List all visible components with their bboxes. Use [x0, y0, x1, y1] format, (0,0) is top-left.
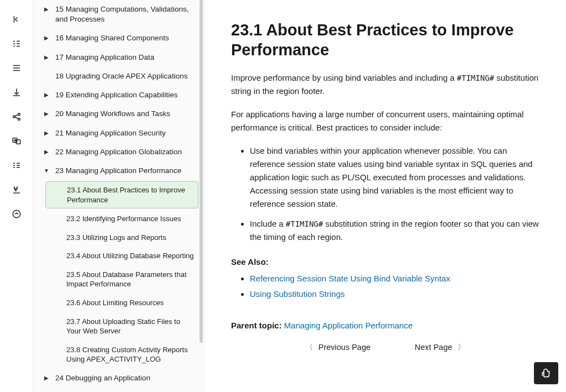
toc-item-label: 23.6 About Limiting Resources [66, 298, 196, 308]
toc-chapter[interactable]: ▶15 Managing Computations, Validations, … [33, 0, 204, 29]
download-icon[interactable] [11, 86, 23, 98]
previous-page-button[interactable]: 〈 Previous Page [306, 342, 370, 352]
toc-chapter[interactable]: ▶22 Managing Application Globalization [33, 143, 204, 161]
format-icon[interactable] [11, 184, 23, 196]
toc-section[interactable]: 23.8 Creating Custom Activity Reports Us… [33, 341, 204, 369]
toc-chapter[interactable]: 18 Upgrading Oracle APEX Applications [33, 67, 204, 86]
chevron-right-icon: ▶ [42, 147, 51, 156]
intro-code: #TIMING# [457, 74, 494, 82]
article-main: 23.1 About Best Practices to Improve Per… [205, 0, 566, 392]
toc-item-label: 21 Managing Application Security [55, 128, 196, 138]
toc-sidebar: ▶15 Managing Computations, Validations, … [33, 0, 205, 392]
translate-icon[interactable] [11, 135, 23, 147]
collapse-icon[interactable] [11, 13, 23, 25]
next-page-label: Next Page [415, 343, 452, 352]
outline-icon[interactable] [11, 38, 23, 50]
parent-topic: Parent topic: Managing Application Perfo… [231, 319, 539, 332]
toc-item-label: 19 Extending Application Capabilities [55, 90, 196, 100]
sidebar-scrollbar[interactable] [200, 0, 203, 343]
chevron-right-icon: 〉 [458, 342, 465, 352]
paragraph-2: For applications having a large number o… [231, 108, 539, 134]
chevron-right-icon: ▶ [42, 90, 51, 99]
toc-item-label: 23.5 About Database Parameters that Impa… [66, 270, 196, 289]
next-page-button[interactable]: Next Page 〉 [415, 342, 465, 352]
see-also-links: Referencing Session State Using Bind Var… [231, 271, 539, 302]
intro-text: Improve performance by using bind variab… [231, 73, 457, 82]
pager: 〈 Previous Page Next Page 〉 [231, 342, 539, 352]
share-icon[interactable] [11, 111, 23, 123]
icon-rail [0, 0, 33, 392]
best-practices-list: Use bind variables within your applicati… [231, 144, 539, 244]
toc-chapter[interactable]: ▶24 Debugging an Application [33, 369, 204, 388]
chevron-right-icon: ▶ [42, 33, 51, 42]
chevron-left-icon: 〈 [306, 342, 313, 352]
timing-code: #TIMING# [286, 219, 323, 228]
feedback-button[interactable] [534, 362, 558, 384]
intro-paragraph: Improve performance by using bind variab… [231, 71, 539, 98]
contents-icon[interactable] [11, 62, 23, 74]
toc-chapter[interactable]: ▶17 Managing Application Data [33, 48, 204, 67]
toc-item-label: 23 Managing Application Performance [55, 166, 196, 176]
toc-chapter[interactable]: ▶16 Managing Shared Components [33, 29, 204, 48]
toc-item-label: 23.3 Utilizing Logs and Reports [66, 233, 196, 243]
toc-item-label: 23.4 About Utilizing Database Reporting [66, 251, 196, 261]
toc-chapter[interactable]: ▶19 Extending Application Capabilities [33, 86, 204, 104]
toc-item-label: 23.2 Identifying Performance Issues [66, 214, 196, 224]
toc-item-label: 16 Managing Shared Components [55, 33, 196, 43]
see-also-heading: See Also: [231, 257, 539, 266]
list-item: Referencing Session State Using Bind Var… [250, 271, 539, 287]
chevron-right-icon: ▶ [42, 4, 51, 13]
chevron-right-icon: ▶ [42, 109, 51, 118]
previous-page-label: Previous Page [318, 343, 370, 352]
chevron-down-icon: ▼ [42, 166, 51, 175]
parent-topic-link[interactable]: Managing Application Performance [284, 321, 413, 330]
toc-item-label: 15 Managing Computations, Validations, a… [55, 4, 196, 24]
chevron-right-icon: ▶ [42, 128, 51, 137]
toc-section[interactable]: 23.1 About Best Practices to Improve Per… [45, 181, 198, 208]
toc-item-label: 18 Upgrading Oracle APEX Applications [55, 71, 196, 81]
chevron-right-icon [42, 71, 51, 72]
toc-chapter[interactable]: ▶20 Managing Workflows and Tasks [33, 104, 204, 123]
toc-section[interactable]: 23.2 Identifying Performance Issues [33, 210, 204, 228]
see-also-link[interactable]: Referencing Session State Using Bind Var… [250, 274, 450, 283]
toc-section[interactable]: 23.3 Utilizing Logs and Reports [33, 228, 204, 247]
toc-section[interactable]: 23.4 About Utilizing Database Reporting [33, 247, 204, 265]
toc-section[interactable]: 23.5 About Database Parameters that Impa… [33, 265, 204, 294]
toc-item-label: 24 Debugging an Application [55, 373, 196, 383]
list-item: Using Substitution Strings [250, 286, 539, 302]
toc-item-label: 20 Managing Workflows and Tasks [55, 109, 196, 119]
toc-section[interactable]: 23.7 About Uploading Static Files to You… [33, 312, 204, 341]
svg-point-5 [13, 210, 20, 218]
toc-section[interactable]: 23.6 About Limiting Resources [33, 294, 204, 312]
toc-chapter[interactable]: ▼23 Managing Application Performance [33, 161, 204, 180]
chevron-right-icon: ▶ [42, 373, 51, 382]
toc-item-label: 22 Managing Application Globalization [55, 147, 196, 157]
page-title: 23.1 About Best Practices to Improve Per… [231, 20, 539, 60]
toc-chapter[interactable]: ▶25 Deploying an Application [33, 388, 204, 392]
see-also-link[interactable]: Using Substitution Strings [250, 289, 345, 299]
toc-item-label: 23.7 About Uploading Static Files to You… [66, 317, 196, 336]
toc-item-label: 17 Managing Application Data [55, 53, 196, 62]
parent-topic-label: Parent topic: [231, 321, 282, 330]
steps-icon[interactable] [11, 159, 23, 171]
list-item: Use bind variables within your applicati… [250, 144, 539, 211]
toc-chapter[interactable]: ▶21 Managing Application Security [33, 124, 204, 143]
list-item: Include a #TIMING# substitution string i… [250, 217, 539, 244]
chevron-right-icon: ▶ [42, 53, 51, 61]
toc-item-label: 23.8 Creating Custom Activity Reports Us… [66, 345, 196, 364]
toc-item-label: 23.1 About Best Practices to Improve Per… [67, 185, 191, 205]
scroll-top-icon[interactable] [11, 208, 23, 220]
